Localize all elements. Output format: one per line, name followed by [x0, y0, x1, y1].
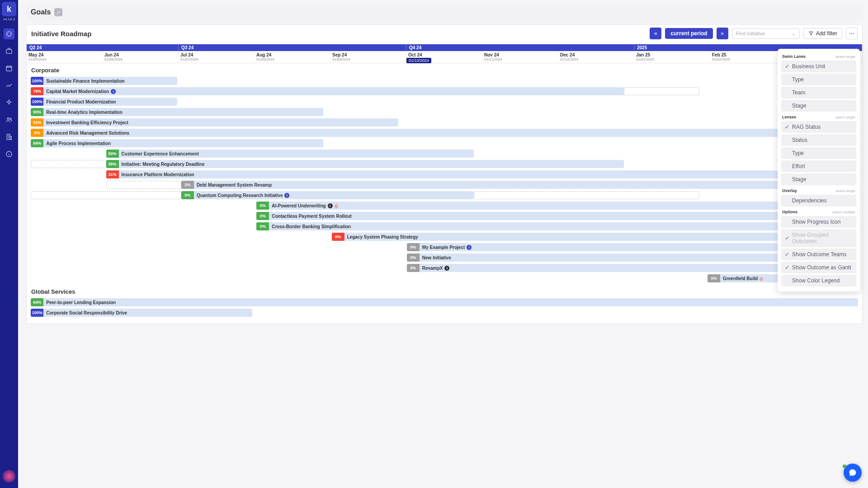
- initiative-bar[interactable]: 0%My Example Projecti: [407, 243, 783, 251]
- panel-option-label: Team: [792, 89, 805, 96]
- panel-option[interactable]: ✓Business Unit: [781, 61, 856, 72]
- initiative-bar[interactable]: 100%Corporate Social Responsibility Driv…: [31, 309, 252, 317]
- panel-option[interactable]: ✓Dependencies: [781, 195, 856, 206]
- initiative-row: 0%New Initiative: [27, 253, 862, 263]
- initiative-bar[interactable]: 94%Agile Process Implementation: [31, 139, 323, 147]
- panel-option-label: Type: [792, 150, 804, 156]
- month-cell: Jan 2501/01/2025: [634, 51, 710, 63]
- initiative-bar[interactable]: 0%Quantum Computing Research Initiativei: [181, 191, 474, 199]
- panel-option-label: Type: [792, 76, 804, 83]
- nav-info-icon[interactable]: [4, 149, 14, 160]
- initiative-row: 31%Insurance Platform Modernization: [27, 170, 862, 179]
- info-icon[interactable]: i: [444, 266, 449, 271]
- initiative-bar[interactable]: 0%Contactless Payment System Rollout: [256, 212, 858, 220]
- swimlane-header[interactable]: Global Services: [27, 285, 862, 297]
- initiative-label: Cross-Border Banking Simplification: [269, 224, 351, 229]
- check-icon: ✓: [785, 264, 789, 271]
- check-icon: ✓: [785, 235, 789, 241]
- initiative-label: Customer Experience Enhancement: [119, 151, 199, 156]
- month-name: Jan 25: [636, 52, 708, 57]
- prev-period-button[interactable]: «: [650, 28, 661, 39]
- search-initiative-input[interactable]: Find initiative ⌄: [732, 28, 800, 39]
- month-cell: Nov 2401/11/2024: [482, 51, 558, 63]
- app-logo[interactable]: k: [2, 2, 16, 16]
- month-name: Dec 24: [560, 52, 632, 57]
- progress-badge: 2%: [181, 181, 194, 189]
- panel-option[interactable]: ✓Stage: [781, 100, 856, 112]
- nav-calendar-icon[interactable]: [4, 63, 14, 74]
- initiative-row: 35%Initiative: Meeting Regulatory Deadli…: [27, 160, 862, 169]
- quarter-header: Q2 24Q3 24Q4 242025: [27, 44, 862, 51]
- initiative-row: 0%My Example Projecti: [27, 243, 862, 252]
- nav-goals-icon[interactable]: [4, 28, 14, 39]
- initiative-bar[interactable]: 31%Insurance Platform Modernization: [106, 170, 858, 178]
- nav-sparkle-icon[interactable]: [4, 97, 14, 108]
- nav-chart-icon[interactable]: [4, 80, 14, 91]
- nav-briefcase-icon[interactable]: [4, 46, 14, 56]
- info-icon[interactable]: i: [284, 193, 289, 198]
- initiative-bar[interactable]: 2%Debt Management System Revamp: [181, 181, 858, 189]
- info-icon[interactable]: i: [111, 89, 116, 94]
- initiative-bar[interactable]: 35%Initiative: Meeting Regulatory Deadli…: [106, 160, 624, 168]
- initiative-bar[interactable]: 6%Advanced Risk Management Solutions: [31, 129, 858, 137]
- month-name: Sep 24: [332, 52, 404, 57]
- ghost-bar: [31, 191, 181, 199]
- initiative-bar[interactable]: 51%Investment Banking Efficiency Project: [31, 118, 398, 127]
- svg-point-3: [7, 117, 9, 119]
- info-icon[interactable]: i: [467, 245, 472, 250]
- options-panel: Swim Lanesselect single✓Business Unit✓Ty…: [778, 49, 860, 291]
- initiative-row: 100%Corporate Social Responsibility Driv…: [27, 309, 862, 318]
- month-name: Feb 25: [712, 52, 784, 57]
- panel-option[interactable]: ✓Show Progress Icon: [781, 216, 856, 228]
- nav-users-icon[interactable]: [4, 114, 14, 125]
- progress-badge: 100%: [31, 98, 43, 106]
- initiative-label: AI-Powered Underwritingi◇: [269, 203, 338, 208]
- panel-option[interactable]: ✓Team: [781, 87, 856, 99]
- initiative-row: 0%Quantum Computing Research Initiativei: [27, 191, 862, 200]
- initiative-bar[interactable]: 100%Financial Product Modernization: [31, 98, 177, 106]
- initiative-bar[interactable]: 50%Customer Experience Enhancement: [106, 150, 474, 158]
- progress-badge: 31%: [106, 170, 119, 178]
- panel-option[interactable]: ✓RAG Status: [781, 121, 856, 133]
- panel-option[interactable]: ✓Status: [781, 134, 856, 146]
- initiative-bar[interactable]: 64%Peer-to-peer Lending Expansion: [31, 298, 858, 306]
- month-cell: Jun 2401/06/2024: [103, 51, 179, 63]
- next-period-button[interactable]: »: [717, 28, 728, 39]
- ghost-bar: [624, 87, 699, 95]
- swimlane-header[interactable]: Corporate: [27, 63, 862, 75]
- expand-icon[interactable]: ⤢: [54, 8, 62, 16]
- month-cell: Feb 2501/02/2025: [710, 51, 786, 63]
- progress-badge: 0%: [332, 233, 344, 241]
- panel-option[interactable]: ✓Show Outcome Teams: [781, 249, 856, 260]
- initiative-bar[interactable]: 93%Real-time Analytics Implementation: [31, 108, 323, 116]
- panel-option-label: Show Color Legend: [792, 277, 840, 284]
- add-filter-button[interactable]: Add filter: [803, 28, 842, 39]
- panel-option[interactable]: ✓Effort: [781, 160, 856, 172]
- month-date: 01/07/2024: [180, 57, 252, 61]
- panel-option[interactable]: ✓Show Outcome as Gantt: [781, 262, 856, 273]
- panel-option-label: Effort: [792, 163, 805, 169]
- chat-fab[interactable]: [844, 464, 862, 482]
- info-icon[interactable]: i: [328, 203, 333, 208]
- panel-option[interactable]: ✓Show Color Legend: [781, 275, 856, 286]
- current-period-button[interactable]: current period: [665, 28, 712, 39]
- initiative-row: 0%RevampXi: [27, 264, 862, 273]
- panel-option[interactable]: ✓Show Grouped Outcomes: [781, 229, 856, 247]
- panel-option-label: Stage: [792, 103, 806, 109]
- panel-option[interactable]: ✓Type: [781, 74, 856, 85]
- nav-building-icon[interactable]: [4, 131, 14, 142]
- app-version: v4.14.2: [3, 17, 15, 21]
- initiative-row: 2%Debt Management System Revamp: [27, 181, 862, 190]
- initiative-bar[interactable]: 0%Cross-Border Banking Simplification: [256, 222, 858, 230]
- more-options-button[interactable]: ⋯: [846, 28, 858, 39]
- month-cell: Dec 2401/12/2024: [558, 51, 634, 63]
- initiative-bar[interactable]: 78%Capital Market Modernizationi: [31, 87, 624, 95]
- initiative-bar[interactable]: 100%Sustainable Finance Implementation: [31, 77, 177, 85]
- user-avatar[interactable]: [3, 470, 15, 483]
- panel-option[interactable]: ✓Stage: [781, 174, 856, 185]
- panel-option[interactable]: ✓Type: [781, 147, 856, 159]
- initiative-label: Capital Market Modernizationi: [43, 89, 116, 94]
- initiative-bar[interactable]: 0%AI-Powered Underwritingi◇: [256, 202, 858, 210]
- panel-option-label: Show Outcome Teams: [792, 251, 847, 258]
- month-date: 01/02/2025: [712, 57, 784, 61]
